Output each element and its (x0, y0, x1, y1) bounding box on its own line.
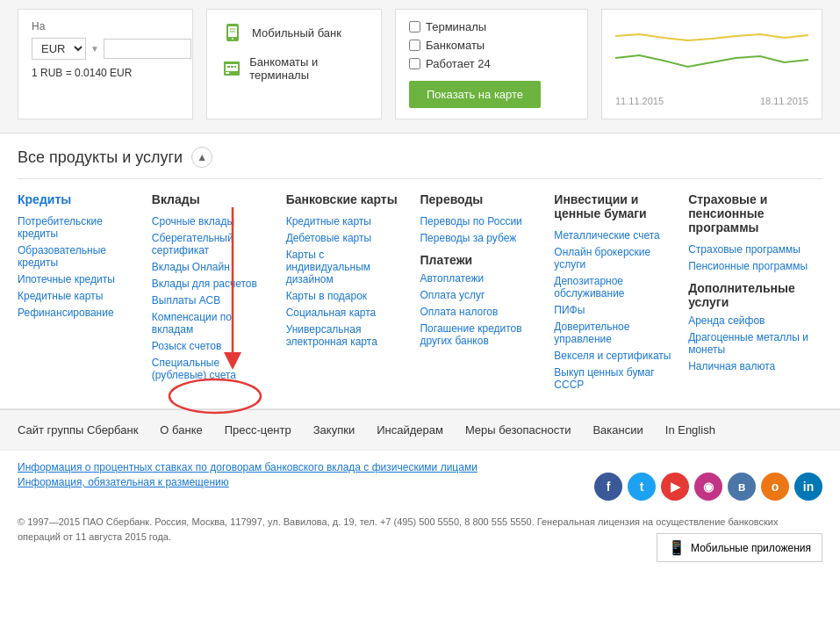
investments-header: Инвестиции и ценные бумаги (554, 192, 675, 220)
social-row: f t ▶ ◉ в о in (594, 473, 822, 501)
footer-nav-procurement[interactable]: Закупки (313, 423, 355, 437)
product-link[interactable]: Сберегательный сертификат (152, 232, 273, 256)
product-link[interactable]: Кредитные карты (286, 215, 407, 227)
product-link[interactable]: Компенсации по вкладам (152, 311, 273, 336)
vk-icon[interactable]: в (728, 473, 756, 501)
product-link[interactable]: Вклады для расчетов (152, 278, 273, 290)
product-link[interactable]: Образовательные кредиты (18, 244, 139, 269)
cards-column: Банковские карты Кредитные карты Дебетов… (286, 192, 420, 395)
product-link[interactable]: ПИФы (554, 304, 675, 316)
additional-services-title: Дополнительные услуги (688, 281, 809, 309)
product-link[interactable]: Дебетовые карты (286, 232, 407, 244)
product-link[interactable]: Депозитарное обслуживание (554, 275, 675, 300)
currency-select[interactable]: EUR USD GBP (32, 38, 86, 60)
footer-nav-about[interactable]: О банке (160, 423, 202, 437)
footer-nav: Сайт группы Сбербанк О банке Пресс-центр… (0, 409, 840, 450)
product-link[interactable]: Драгоценные металлы и монеты (688, 331, 809, 356)
collapse-button[interactable]: ▲ (191, 147, 212, 168)
product-link[interactable]: Универсальная электронная карта (286, 323, 407, 348)
product-link[interactable]: Срочные вклады (152, 215, 273, 227)
product-link[interactable]: Пенсионные программы (688, 260, 809, 272)
product-link[interactable]: Выкуп ценных бумаг СССР (554, 366, 675, 391)
youtube-icon[interactable]: ▶ (661, 473, 689, 501)
product-link[interactable]: Переводы за рубеж (420, 232, 541, 244)
deposit-rates-link[interactable]: Информация о процентных ставках по догов… (18, 461, 822, 473)
atm-terminals-row: Банкоматы и терминалы (220, 55, 368, 82)
product-link[interactable]: Переводы по России (420, 215, 541, 227)
mobile-apps-label: Мобильные приложения (691, 542, 811, 554)
product-link[interactable]: Рефинансирование (18, 307, 139, 319)
atm-icon (220, 56, 242, 81)
product-link[interactable]: Автоплатежи (420, 272, 541, 285)
products-grid: Кредиты Потребительские кредиты Образова… (18, 192, 822, 395)
cards-header: Банковские карты (286, 192, 407, 206)
twitter-icon[interactable]: t (628, 473, 656, 501)
currency-label: На (32, 20, 179, 32)
linkedin-icon[interactable]: in (794, 473, 822, 501)
product-link[interactable]: Наличная валюта (688, 360, 809, 372)
mobile-bank-label: Мобильный банк (252, 26, 341, 40)
product-link[interactable]: Страховые программы (688, 243, 809, 256)
works24-checkbox-row: Работает 24 (409, 57, 574, 70)
product-link[interactable]: Онлайн брокерские услуги (554, 246, 675, 271)
show-map-button[interactable]: Показать на карте (409, 81, 541, 108)
product-link[interactable]: Кредитные карты (18, 290, 139, 302)
transfers-header: Переводы (420, 192, 541, 206)
product-link[interactable]: Карты в подарок (286, 290, 407, 302)
chart-dates: 11.11.2015 18.11.2015 (615, 96, 808, 106)
payments-subsection: Платежи Автоплатежи Оплата услуг Оплата … (420, 253, 541, 347)
product-link[interactable]: Металлические счета (554, 229, 675, 242)
atm-label: Банкоматы (426, 39, 485, 52)
bottom-info: Информация о процентных ставках по догов… (0, 450, 840, 561)
atm-widget: Терминалы Банкоматы Работает 24 Показать… (395, 9, 588, 119)
footer-nav-sberbank-group[interactable]: Сайт группы Сбербанк (18, 423, 138, 437)
product-link[interactable]: Потребительские кредиты (18, 215, 139, 240)
product-link[interactable]: Социальная карта (286, 307, 407, 319)
additional-services-subsection: Дополнительные услуги Аренда сейфов Драг… (688, 281, 809, 372)
atm-checkbox-row: Банкоматы (409, 39, 574, 52)
product-link[interactable]: Оплата услуг (420, 289, 541, 301)
svg-rect-7 (227, 66, 230, 68)
works24-label: Работает 24 (426, 57, 491, 70)
product-link[interactable]: Вклады Онлайн (152, 261, 273, 273)
product-link[interactable]: Погашение кредитов других банков (420, 322, 541, 347)
footer-nav-press[interactable]: Пресс-центр (225, 423, 291, 437)
deposits-header: Вклады (152, 192, 273, 206)
currency-widget: На EUR USD GBP ▼ 1 RUB = 0.0140 EUR (18, 9, 193, 119)
svg-point-2 (232, 38, 233, 40)
terminals-label: Терминалы (426, 20, 486, 33)
currency-amount-input[interactable] (104, 39, 191, 59)
chart-widget: 11.11.2015 18.11.2015 (601, 9, 822, 119)
mobile-phone-small-icon: 📱 (668, 539, 686, 556)
footer-nav-vacancies[interactable]: Вакансии (592, 423, 643, 437)
product-link[interactable]: Специальные (рублевые) счета (152, 357, 273, 381)
works24-checkbox[interactable] (409, 58, 420, 69)
facebook-icon[interactable]: f (594, 473, 622, 501)
footer-nav-insiders[interactable]: Инсайдерам (377, 423, 443, 437)
atm-checkbox[interactable] (409, 40, 420, 51)
credits-column: Кредиты Потребительские кредиты Образова… (18, 192, 152, 395)
chart-date-start: 11.11.2015 (615, 96, 664, 106)
chart-date-end: 18.11.2015 (760, 96, 808, 106)
product-link[interactable]: Выплаты АСВ (152, 294, 273, 307)
instagram-icon[interactable]: ◉ (694, 473, 722, 501)
terminals-checkbox[interactable] (409, 21, 420, 32)
footer-nav-english[interactable]: In English (665, 423, 715, 437)
product-link[interactable]: Аренда сейфов (688, 314, 809, 327)
products-header: Все продукты и услуги ▲ (18, 147, 822, 179)
product-link[interactable]: Доверительное управление (554, 321, 675, 345)
product-link[interactable]: Карты с индивидуальным дизайном (286, 249, 407, 285)
product-link[interactable]: Векселя и сертификаты (554, 350, 675, 362)
deposits-column: Вклады Срочные вклады Сберегательный сер… (152, 192, 286, 395)
product-link[interactable]: Оплата налогов (420, 306, 541, 318)
page-wrapper: На EUR USD GBP ▼ 1 RUB = 0.0140 EUR (0, 0, 840, 561)
odnoklassniki-icon[interactable]: о (761, 473, 789, 501)
terminals-checkbox-row: Терминалы (409, 20, 574, 33)
currency-input-row: EUR USD GBP ▼ (32, 38, 179, 60)
footer-nav-security[interactable]: Меры безопасности (465, 423, 571, 437)
product-link[interactable]: Ипотечные кредиты (18, 273, 139, 285)
top-section: На EUR USD GBP ▼ 1 RUB = 0.0140 EUR (0, 0, 840, 134)
svg-rect-9 (234, 66, 236, 68)
mobile-apps-button[interactable]: 📱 Мобильные приложения (657, 533, 822, 562)
product-link[interactable]: Розыск счетов (152, 340, 273, 352)
